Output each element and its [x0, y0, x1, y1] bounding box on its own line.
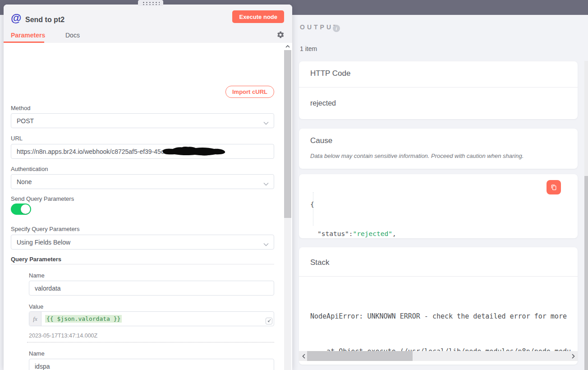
url-input[interactable] [11, 144, 274, 159]
toggle-knob [21, 204, 30, 214]
panel-drag-handle[interactable] [138, 0, 163, 6]
param-value-expression-input[interactable]: fx {{ $json.valordata }} [29, 311, 274, 326]
chevron-down-icon [263, 240, 269, 248]
param-name-input[interactable] [29, 281, 274, 296]
specify-query-parameters-select[interactable]: Using Fields Below [11, 235, 274, 250]
node-settings-gear-icon[interactable] [276, 31, 285, 39]
json-line: { [310, 200, 396, 210]
chevron-down-icon [263, 180, 269, 187]
param-dotted-divider [27, 342, 274, 342]
panel-scrollbar-thumb[interactable] [284, 50, 291, 218]
panel-header: @ Send to pt2 Execute node Parameters Do… [4, 5, 292, 43]
node-type-icon: @ [11, 12, 21, 24]
stack-title: Stack [310, 258, 330, 267]
authentication-value: None [17, 178, 32, 185]
method-label: Method [11, 105, 30, 111]
output-items-count: 1 item [300, 45, 317, 52]
drag-dots-icon [142, 1, 160, 5]
node-detail-panel: @ Send to pt2 Execute node Parameters Do… [4, 5, 292, 370]
scroll-up-arrow[interactable] [284, 43, 291, 50]
authentication-label: Authentication [11, 166, 48, 172]
method-select[interactable]: POST [11, 113, 274, 128]
execute-node-button[interactable]: Execute node [232, 10, 284, 23]
http-code-card: HTTP Code rejected [299, 61, 578, 119]
cause-title: Cause [310, 136, 332, 145]
send-query-parameters-label: Send Query Parameters [11, 195, 74, 202]
stack-line: NodeApiError: UNKNOWN ERROR - check the … [310, 310, 578, 322]
authentication-select[interactable]: None [11, 174, 274, 189]
output-vertical-scrollbar-track [584, 61, 588, 370]
param-name-input[interactable] [29, 359, 274, 370]
query-parameters-section-label: Query Parameters [11, 256, 61, 263]
scroll-left-arrow[interactable] [300, 351, 307, 361]
stack-horizontal-scrollbar-track [299, 351, 578, 361]
method-value: POST [17, 117, 34, 125]
http-code-title: HTTP Code [310, 69, 350, 78]
copy-json-button[interactable] [547, 180, 561, 194]
url-label: URL [11, 135, 23, 142]
parameters-form: Import cURL Method POST URL Authenticati… [4, 43, 292, 370]
fx-expression-icon: fx [29, 312, 41, 326]
cause-json-card: { "status":"rejected", "reason":{ } } [299, 174, 578, 238]
expression-preview-hint: 2023-05-17T13:47:14.000Z [29, 333, 97, 339]
panel-scrollbar-track [284, 43, 291, 370]
json-line: "status":"rejected", [310, 229, 396, 239]
url-field-wrapper [11, 144, 274, 159]
param-value-label: Value [29, 303, 43, 310]
json-string-value: "rejected" [353, 230, 392, 237]
stack-horizontal-scrollbar-thumb[interactable] [307, 351, 413, 361]
chevron-down-icon [263, 119, 269, 126]
param-name-label: Name [29, 350, 45, 357]
card-divider [299, 276, 578, 277]
sensitive-data-warning: Data below may contain sensitive informa… [310, 153, 524, 159]
param-name-label: Name [29, 272, 45, 279]
expression-text: {{ $json.valordata }} [45, 315, 122, 323]
card-divider [299, 87, 578, 88]
import-curl-button[interactable]: Import cURL [225, 86, 274, 98]
send-query-parameters-toggle[interactable] [11, 204, 31, 215]
info-icon[interactable]: i [333, 25, 340, 32]
output-vertical-scrollbar-thumb[interactable] [584, 176, 588, 370]
specify-query-parameters-label: Specify Query Parameters [11, 226, 79, 232]
tab-docs[interactable]: Docs [65, 32, 80, 39]
section-divider [11, 264, 274, 264]
http-code-value: rejected [310, 99, 336, 107]
specify-query-parameters-value: Using Fields Below [17, 239, 70, 246]
cause-card: Cause Data below may contain sensitive i… [299, 129, 578, 169]
stack-card: Stack NodeApiError: UNKNOWN ERROR - chec… [299, 247, 578, 365]
tab-parameters[interactable]: Parameters [11, 32, 45, 39]
scroll-right-arrow[interactable] [570, 351, 577, 361]
expand-expression-icon[interactable] [266, 318, 272, 324]
node-title: Send to pt2 [25, 16, 64, 24]
